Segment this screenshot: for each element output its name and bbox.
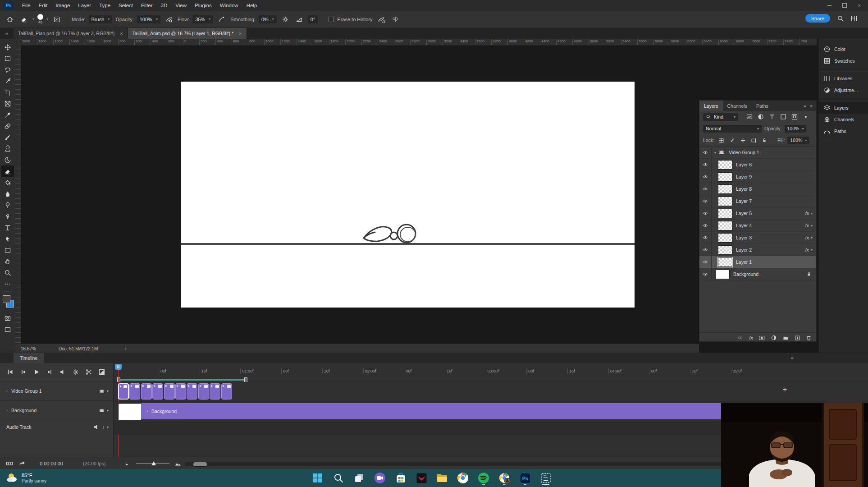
frame-animation-icon[interactable] — [5, 460, 14, 467]
symmetry-icon[interactable] — [390, 14, 401, 25]
brush-tool[interactable] — [1, 132, 14, 143]
rectangle-tool[interactable] — [1, 244, 14, 256]
status-chevron-icon[interactable]: › — [125, 346, 126, 351]
video-clip[interactable] — [187, 383, 197, 400]
type-filter-icon[interactable] — [768, 113, 776, 120]
smart-object-filter-icon[interactable] — [790, 113, 799, 120]
layer-mask-icon[interactable] — [758, 335, 765, 341]
video-track-label[interactable]: › Video Group 1 ▾ — [0, 381, 113, 400]
background-clip-thumbnail[interactable] — [118, 403, 142, 420]
menu-item-edit[interactable]: Edit — [35, 3, 52, 8]
chevron-down-icon[interactable]: ▾ — [714, 151, 716, 155]
home-icon[interactable] — [5, 14, 15, 25]
video-clip[interactable] — [141, 383, 152, 400]
rectangular-marquee-tool[interactable] — [1, 53, 14, 64]
menu-item-file[interactable]: File — [18, 3, 35, 8]
search-icon[interactable] — [836, 14, 845, 23]
panel-menu-icon[interactable]: ≡ — [791, 355, 794, 360]
taskbar-icon-search[interactable] — [331, 470, 346, 486]
layer-name[interactable]: Layer 1 — [736, 259, 752, 265]
menu-item-image[interactable]: Image — [51, 3, 74, 8]
dock-item-color[interactable]: Color — [819, 43, 868, 55]
settings-button[interactable] — [72, 368, 80, 376]
taskbar-icon-screen-snip[interactable] — [538, 470, 553, 486]
minimize-icon[interactable] — [827, 3, 832, 8]
layer-visibility-eye-icon[interactable] — [699, 207, 712, 219]
layer-visibility-eye-icon[interactable] — [699, 220, 712, 231]
layer-name[interactable]: Layer 2 — [736, 247, 752, 253]
layer-row[interactable]: Layer 7 — [699, 195, 816, 207]
next-frame-button[interactable] — [46, 368, 54, 376]
layer-visibility-eye-icon[interactable] — [699, 147, 712, 158]
layer-thumbnail[interactable] — [718, 221, 732, 230]
layer-row[interactable]: Layer 5fx▾ — [699, 207, 816, 220]
dock-item-paths[interactable]: Paths — [819, 125, 868, 137]
work-area-bar[interactable] — [118, 379, 246, 381]
video-clip[interactable] — [164, 383, 175, 400]
layer-visibility-eye-icon[interactable] — [699, 256, 712, 268]
smoothing-select[interactable]: 0%▾ — [259, 15, 277, 23]
background-clip-bar[interactable]: › Background — [141, 403, 721, 419]
menu-item-layer[interactable]: Layer — [74, 3, 95, 8]
layer-name[interactable]: Layer 8 — [736, 186, 752, 192]
kind-filter-select[interactable]: Kind▾ — [703, 113, 738, 121]
layer-name[interactable]: Background — [733, 271, 758, 277]
paint-bucket-tool[interactable] — [1, 177, 14, 188]
layer-effects-icon[interactable]: fx — [749, 335, 753, 340]
work-area-end-handle[interactable] — [244, 377, 247, 382]
layers-panel-tab-channels[interactable]: Channels — [723, 101, 752, 111]
audio-track-label[interactable]: Audio Track ♪▾ — [0, 420, 113, 434]
layer-effects-badge[interactable]: fx▾ — [805, 235, 813, 240]
layer-effects-badge[interactable]: fx▾ — [805, 211, 813, 216]
blur-tool[interactable] — [1, 188, 14, 199]
chevron-down-icon[interactable]: ▾ — [32, 17, 34, 21]
crop-tool[interactable] — [1, 87, 14, 98]
layer-name[interactable]: Video Group 1 — [729, 150, 759, 155]
dock-item-layers[interactable]: Layers — [819, 102, 868, 114]
taskbar-icon-camera-app[interactable] — [372, 470, 388, 486]
render-video-icon[interactable] — [18, 460, 26, 467]
layer-effects-badge[interactable]: fx▾ — [805, 223, 813, 228]
lock-transparent-icon[interactable] — [717, 137, 725, 144]
panel-menu-icon[interactable]: ≡ — [810, 103, 813, 109]
brush-size-preview[interactable]: 40 — [37, 14, 43, 24]
taskbar-icon-microsoft-store[interactable] — [393, 470, 408, 486]
flow-select[interactable]: 35%▾ — [192, 15, 213, 23]
lock-paint-icon[interactable] — [728, 137, 736, 144]
playhead-marker[interactable] — [115, 364, 122, 370]
layer-row[interactable]: Layer 8 — [699, 183, 816, 195]
chevron-down-icon[interactable]: ▾ — [46, 17, 48, 21]
collapse-panel-icon[interactable]: » — [804, 103, 806, 109]
menu-item-help[interactable]: Help — [242, 3, 261, 8]
layer-row[interactable]: Layer 6 — [699, 159, 816, 171]
frame-tool[interactable] — [1, 98, 14, 109]
video-clip[interactable] — [118, 383, 129, 400]
dock-item-swatches[interactable]: Swatches — [819, 55, 868, 67]
spot-healing-brush-tool[interactable] — [1, 120, 14, 132]
layer-thumbnail[interactable] — [718, 184, 732, 194]
menu-item-filter[interactable]: Filter — [137, 3, 157, 8]
layer-thumbnail[interactable] — [718, 209, 732, 218]
video-clip[interactable] — [129, 383, 140, 400]
lock-artboard-icon[interactable] — [749, 137, 758, 144]
layer-thumbnail[interactable] — [718, 245, 732, 255]
eraser-preset-icon[interactable] — [18, 14, 29, 25]
layer-thumbnail[interactable] — [715, 270, 730, 279]
layer-visibility-eye-icon[interactable] — [699, 183, 712, 195]
adjustment-layer-icon[interactable] — [771, 335, 777, 341]
timeline-ruler[interactable]: 08f16f01:00f08f16f02:00f08f16f03:00f08f1… — [114, 363, 868, 381]
taskbar-icon-start[interactable] — [310, 470, 325, 486]
history-brush-tool[interactable] — [1, 154, 14, 165]
link-layers-icon[interactable] — [737, 335, 744, 340]
pressure-opacity-icon[interactable] — [164, 14, 174, 25]
angle-field[interactable]: 0° — [308, 15, 318, 23]
timeline-tab[interactable]: Timeline — [14, 353, 44, 363]
split-at-playhead-button[interactable] — [85, 368, 93, 376]
layer-visibility-eye-icon[interactable] — [699, 171, 712, 183]
layer-visibility-eye-icon[interactable] — [699, 232, 712, 244]
weather-widget[interactable]: 85°F Partly sunny — [6, 472, 46, 484]
erase-to-history-checkbox[interactable] — [329, 17, 334, 22]
layer-thumbnail[interactable] — [718, 257, 732, 267]
layer-group-icon[interactable] — [782, 335, 789, 341]
screen-mode-button[interactable] — [1, 324, 14, 335]
